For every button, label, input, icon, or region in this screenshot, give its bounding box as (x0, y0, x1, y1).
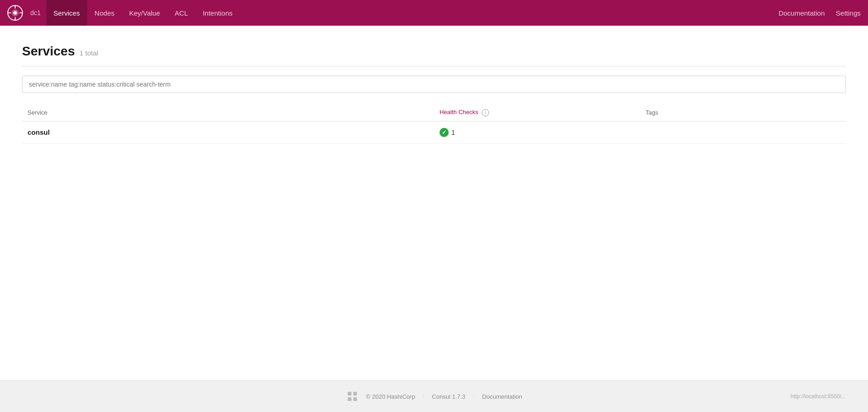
footer-sep2: · (473, 392, 474, 401)
svg-rect-9 (348, 397, 351, 401)
consul-logo (7, 5, 23, 21)
svg-point-2 (13, 11, 17, 15)
svg-rect-7 (348, 392, 351, 396)
table-row[interactable]: consul 1 (22, 121, 846, 143)
table-header-row: Service Health Checks i Tags (22, 104, 846, 121)
service-name-cell: consul (22, 121, 434, 143)
svg-rect-8 (353, 392, 357, 396)
nav-nodes[interactable]: Nodes (87, 0, 122, 26)
col-tags: Tags (640, 104, 846, 121)
nav-settings[interactable]: Settings (836, 9, 861, 17)
table-header: Service Health Checks i Tags (22, 104, 846, 121)
col-health-checks: Health Checks i (434, 104, 640, 121)
datacenter-label[interactable]: dc1 (27, 9, 45, 16)
health-cell: 1 (434, 121, 640, 143)
nav-services[interactable]: Services (46, 0, 88, 26)
services-table: Service Health Checks i Tags consul 1 (22, 104, 846, 144)
page-title: Services (22, 44, 75, 59)
service-name: consul (28, 128, 50, 136)
nav-acl[interactable]: ACL (167, 0, 195, 26)
footer-copyright: © 2020 HashiCorp (366, 393, 415, 400)
footer-version: Consul 1.7.3 (432, 393, 465, 400)
table-body: consul 1 (22, 121, 846, 143)
nav-keyvalue[interactable]: Key/Value (122, 0, 167, 26)
main-content: Services 1 total Service Health Checks i… (0, 26, 868, 380)
page-header: Services 1 total (22, 44, 846, 59)
health-count: 1 (451, 129, 455, 136)
nav-intentions[interactable]: Intentions (195, 0, 240, 26)
info-icon[interactable]: i (482, 109, 489, 116)
total-count: 1 total (79, 49, 98, 57)
col-service: Service (22, 104, 434, 121)
footer: © 2020 HashiCorp · Consul 1.7.3 · Docume… (0, 380, 868, 412)
navbar: dc1 Services Nodes Key/Value ACL Intenti… (0, 0, 868, 26)
header-divider (22, 66, 846, 66)
tags-cell (640, 121, 846, 143)
nav-links: dc1 Services Nodes Key/Value ACL Intenti… (27, 0, 779, 26)
svg-rect-10 (353, 397, 357, 401)
nav-documentation[interactable]: Documentation (779, 9, 825, 17)
search-container (22, 76, 846, 93)
footer-logo (346, 390, 359, 403)
health-passing-icon (440, 128, 449, 137)
search-input[interactable] (22, 76, 846, 93)
health-cell-content: 1 (440, 128, 634, 137)
footer-documentation[interactable]: Documentation (482, 393, 522, 400)
footer-url: http://localhost:8500/... (790, 393, 846, 400)
footer-sep1: · (423, 392, 424, 401)
nav-right: Documentation Settings (779, 9, 861, 17)
health-checks-label: Health Checks (440, 109, 479, 115)
